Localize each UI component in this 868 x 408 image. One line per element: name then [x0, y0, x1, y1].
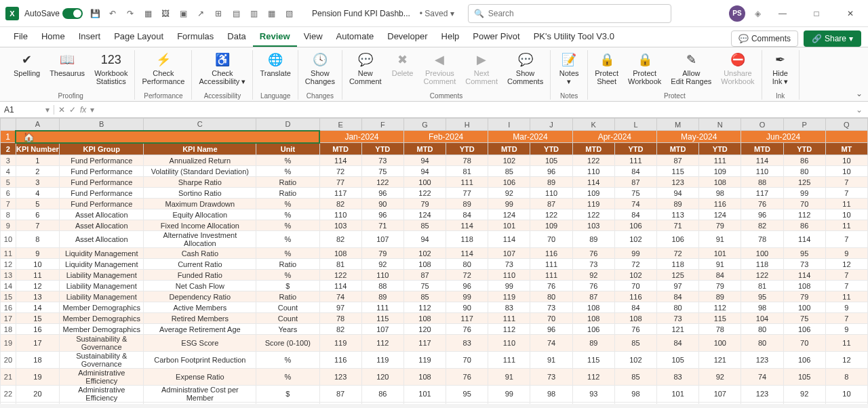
cell[interactable]: Sortino Ratio: [144, 188, 256, 199]
cell[interactable]: 12: [825, 259, 867, 270]
cell[interactable]: 107: [361, 231, 403, 248]
row-header[interactable]: 21: [1, 369, 16, 386]
cell[interactable]: 117: [319, 188, 361, 199]
cell[interactable]: 106: [783, 352, 825, 369]
table-row[interactable]: 1210Liquidity ManagementCurrent RatioRat…: [1, 259, 868, 270]
cell[interactable]: Current Ratio: [144, 259, 256, 270]
row-header[interactable]: 7: [1, 199, 16, 209]
cell[interactable]: %: [256, 248, 319, 259]
cell[interactable]: 74: [614, 199, 656, 209]
close-button[interactable]: ✕: [838, 4, 863, 23]
cell[interactable]: Retired Members: [144, 313, 256, 324]
cell[interactable]: 72: [446, 270, 488, 281]
cell[interactable]: 73: [572, 259, 614, 270]
cell[interactable]: 111: [530, 270, 572, 281]
cell[interactable]: 17: [16, 335, 59, 352]
cell[interactable]: [530, 403, 572, 405]
cell[interactable]: 71: [361, 220, 403, 231]
row-header[interactable]: 10: [1, 231, 16, 248]
cell[interactable]: 7: [825, 188, 867, 199]
cell[interactable]: 76: [446, 324, 488, 335]
cell[interactable]: 75: [614, 188, 656, 199]
cell[interactable]: Funded Ratio: [144, 270, 256, 281]
cell[interactable]: 114: [783, 231, 825, 248]
ribbon-check-accessibility-[interactable]: ♿CheckAccessibility ▾: [195, 50, 250, 91]
table-row[interactable]: 31Fund PerformanceAnnualized Return%1147…: [1, 155, 868, 166]
cell[interactable]: 103: [572, 220, 614, 231]
cell[interactable]: 108: [403, 259, 446, 270]
cell[interactable]: 102: [488, 155, 530, 166]
col-header-K[interactable]: K: [572, 119, 614, 131]
cell[interactable]: 96: [530, 324, 572, 335]
cell[interactable]: [699, 403, 741, 405]
cell[interactable]: 114: [783, 270, 825, 281]
cell[interactable]: 19: [16, 369, 59, 386]
col-header-H[interactable]: H: [446, 119, 488, 131]
row-header[interactable]: 5: [1, 177, 16, 188]
cell[interactable]: [614, 403, 656, 405]
table-row[interactable]: 1412Liability ManagementNet Cash Flow$11…: [1, 281, 868, 291]
cell[interactable]: 6: [16, 209, 59, 220]
redo-icon[interactable]: ↷: [125, 8, 136, 19]
cell[interactable]: 14: [16, 302, 59, 313]
cell[interactable]: [783, 403, 825, 405]
cell[interactable]: [256, 403, 319, 405]
table-row[interactable]: 2220Administrative EfficiencyAdministrat…: [1, 386, 868, 403]
cell[interactable]: %: [256, 155, 319, 166]
cell[interactable]: 118: [657, 259, 699, 270]
row-header[interactable]: 20: [1, 352, 16, 369]
cell[interactable]: 74: [319, 291, 361, 302]
cell[interactable]: %: [256, 220, 319, 231]
qat-icon-5[interactable]: ⊞: [213, 8, 224, 19]
qat-icon-3[interactable]: ▣: [178, 8, 189, 19]
cell[interactable]: 119: [361, 352, 403, 369]
cell[interactable]: 72: [614, 259, 656, 270]
cell[interactable]: 116: [530, 248, 572, 259]
cell[interactable]: Asset Allocation: [60, 231, 144, 248]
tab-page-layout[interactable]: Page Layout: [107, 27, 170, 47]
cell[interactable]: 82: [319, 324, 361, 335]
cell[interactable]: Member Demographics: [60, 313, 144, 324]
cell[interactable]: [657, 403, 699, 405]
cell[interactable]: 89: [530, 177, 572, 188]
maximize-button[interactable]: □: [804, 4, 829, 23]
cell[interactable]: 98: [614, 386, 656, 403]
cell[interactable]: 110: [319, 209, 361, 220]
cell[interactable]: 125: [657, 270, 699, 281]
cell[interactable]: 87: [319, 386, 361, 403]
cell[interactable]: 108: [699, 177, 741, 188]
qat-icon-7[interactable]: ▥: [248, 8, 259, 19]
cell[interactable]: 112: [361, 335, 403, 352]
cell[interactable]: 111: [614, 155, 656, 166]
cell[interactable]: 5: [16, 199, 59, 209]
cell[interactable]: 92: [572, 270, 614, 281]
table-row[interactable]: 2119Administrative EfficiencyExpense Rat…: [1, 369, 868, 386]
row-header[interactable]: 2: [1, 143, 16, 155]
cell[interactable]: Years: [256, 324, 319, 335]
search-box[interactable]: 🔍: [468, 4, 671, 23]
cell[interactable]: 87: [403, 270, 446, 281]
cell[interactable]: Ratio: [256, 291, 319, 302]
row-header[interactable]: 19: [1, 335, 16, 352]
cell[interactable]: 9: [825, 324, 867, 335]
cell[interactable]: 112: [403, 302, 446, 313]
cell[interactable]: 111: [699, 155, 741, 166]
cell[interactable]: 84: [446, 209, 488, 220]
qat-icon-4[interactable]: ↗: [195, 8, 206, 19]
name-box[interactable]: A1▾: [0, 105, 54, 115]
row-header[interactable]: 6: [1, 188, 16, 199]
ribbon-protect-workbook[interactable]: 🔒ProtectWorkbook: [624, 50, 665, 91]
cell[interactable]: 122: [572, 155, 614, 166]
cell[interactable]: 82: [319, 231, 361, 248]
cell[interactable]: 75: [403, 281, 446, 291]
cell[interactable]: 108: [614, 313, 656, 324]
cell[interactable]: $: [256, 281, 319, 291]
undo-icon[interactable]: ↶: [107, 8, 118, 19]
cell[interactable]: 91: [488, 369, 530, 386]
cell[interactable]: Annualized Return: [144, 155, 256, 166]
cell[interactable]: 103: [319, 220, 361, 231]
cell[interactable]: [60, 403, 144, 405]
cell[interactable]: 100: [699, 335, 741, 352]
cell[interactable]: 94: [403, 166, 446, 177]
cell[interactable]: 9: [825, 248, 867, 259]
